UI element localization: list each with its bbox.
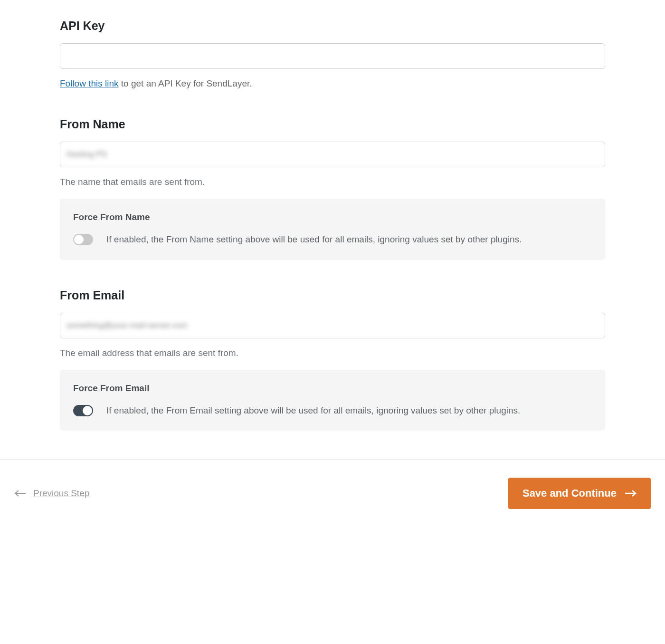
from-name-input[interactable] <box>60 142 605 167</box>
from-name-description: The name that emails are sent from. <box>60 177 605 187</box>
from-email-description: The email address that emails are sent f… <box>60 348 605 358</box>
api-key-help-suffix: to get an API Key for SendLayer. <box>119 78 252 88</box>
force-from-name-panel: Force From Name If enabled, the From Nam… <box>60 199 605 260</box>
force-from-email-panel: Force From Email If enabled, the From Em… <box>60 370 605 431</box>
api-key-helper: Follow this link to get an API Key for S… <box>60 78 605 89</box>
from-email-section: From Email something@your-mail-server.co… <box>60 288 605 431</box>
api-key-section: API Key Follow this link to get an API K… <box>60 19 605 89</box>
api-key-input[interactable] <box>60 43 605 69</box>
force-from-name-toggle[interactable] <box>73 234 93 245</box>
force-from-name-description: If enabled, the From Name setting above … <box>106 233 522 247</box>
footer: Previous Step Save and Continue <box>0 459 665 528</box>
from-email-input[interactable] <box>60 313 605 338</box>
api-key-label: API Key <box>60 19 605 33</box>
force-from-email-title: Force From Email <box>73 383 592 394</box>
from-email-label: From Email <box>60 288 605 302</box>
from-name-label: From Name <box>60 117 605 131</box>
force-from-name-title: Force From Name <box>73 212 592 222</box>
from-name-section: From Name Hosting PS The name that email… <box>60 117 605 260</box>
arrow-right-icon <box>624 490 636 497</box>
arrow-left-icon <box>14 490 27 497</box>
previous-step-label: Previous Step <box>33 488 89 499</box>
save-and-continue-label: Save and Continue <box>522 487 617 500</box>
force-from-email-toggle[interactable] <box>73 405 93 416</box>
previous-step-button[interactable]: Previous Step <box>14 488 89 499</box>
force-from-email-description: If enabled, the From Email setting above… <box>106 404 520 418</box>
api-key-link[interactable]: Follow this link <box>60 78 119 88</box>
save-and-continue-button[interactable]: Save and Continue <box>508 478 651 509</box>
